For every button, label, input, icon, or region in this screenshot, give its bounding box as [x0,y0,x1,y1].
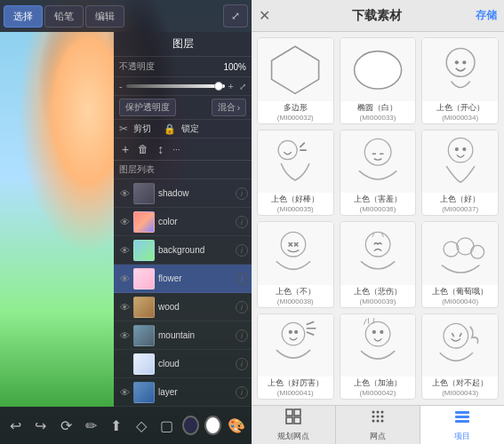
layer-name-flower: flower [158,274,236,283]
eye-icon-flower[interactable]: 👁 [117,272,132,286]
material-item-mi000033[interactable]: 椭圆（白）(MI000033) [340,37,417,124]
layer-info-mountain[interactable]: i [236,329,248,342]
eye-icon-color[interactable]: 👁 [117,215,132,229]
layer-item-color[interactable]: 👁 color i [114,208,252,236]
svg-point-44 [381,420,384,423]
nav-item-dots[interactable]: 网点 [336,406,420,444]
upload-button[interactable]: ⬆ [105,411,128,440]
delete-layer-button[interactable]: 🗑 [135,142,151,156]
eye-icon-layer[interactable]: 👁 [117,385,132,400]
more-layer-button[interactable]: ··· [170,144,182,155]
svg-point-41 [381,416,384,418]
expand-icon: ⤢ [231,10,240,22]
material-item-mi000038[interactable]: 上色（不）(MI000038) [257,221,334,308]
opacity-slider[interactable] [126,84,225,88]
layer-item-wood[interactable]: 👁 wood i [114,293,252,321]
undo-button[interactable]: ↩ [4,411,27,440]
svg-rect-33 [294,409,300,416]
layer-thumb-color [133,211,155,233]
material-label-mi000037: 上色（好） [438,193,482,205]
material-item-mi000039[interactable]: 上色（悲伤）(MI000039) [340,221,417,308]
svg-point-1 [354,51,401,88]
shape-icon: ◇ [136,417,147,434]
layer-item-shadow[interactable]: 👁 shadow i [114,179,252,208]
material-item-mi000041[interactable]: 上色（好厉害）(MI000041) [257,313,334,400]
layer-name-layer: layer [158,387,236,397]
svg-point-6 [364,139,391,165]
canvas-area: 选择 铅笔 编辑 ⤢ 图层 不透明度 100% - + ⤢ [0,0,252,444]
layer-item-layer[interactable]: 👁 layer i [114,378,252,407]
layer-list-header: 图层列表 [114,161,252,179]
material-item-mi000036[interactable]: 上色（害羞）(MI000036) [340,130,417,217]
opacity-minus[interactable]: - [119,81,123,91]
select-rect-button[interactable]: ▢ [155,411,178,440]
select-tool-button[interactable]: 选择 [4,5,43,28]
paint-button[interactable]: 🎨 [225,411,248,440]
opacity-plus[interactable]: + [228,81,234,91]
shape-button[interactable]: ◇ [130,411,153,440]
expand-small-icon: ⤢ [239,82,246,91]
material-item-mi000032[interactable]: 多边形(MI000032) [257,37,334,124]
svg-point-24 [289,330,292,334]
material-id-mi000042: (MI000042) [358,389,398,399]
layer-thumb-layer [133,382,155,403]
nav-label-plan: 规划网点 [277,431,309,442]
layer-item-flower[interactable]: 👁 flower i [114,265,252,293]
layer-item-cloud[interactable]: ○ cloud i [114,350,252,378]
color-swatch-2[interactable] [204,416,221,435]
material-thumb-mi000033 [340,38,416,101]
nav-item-plan[interactable]: 规划网点 [252,406,336,444]
redo-button[interactable]: ↪ [28,411,52,440]
layer-actions: + 🗑 ↕ ··· [114,139,252,161]
svg-rect-46 [455,416,469,418]
material-item-mi000040[interactable]: 上色（葡萄哦）(MI000040) [421,221,499,308]
layer-item-background[interactable]: 👁 background i [114,236,252,265]
material-item-mi000043[interactable]: 上色（对不起）(MI000043) [421,313,499,400]
rotate-button[interactable]: ⟳ [54,411,77,440]
eye-icon-cloud[interactable]: ○ [117,357,132,371]
mix-button[interactable]: 混合 › [212,99,246,116]
expand-button[interactable]: ⤢ [223,4,248,28]
layer-item-mountain[interactable]: 👁 mountain i [114,321,252,350]
eye-icon-background[interactable]: 👁 [117,243,132,258]
sort-layer-button[interactable]: ↕ [155,141,166,157]
eye-icon-mountain[interactable]: 👁 [117,329,132,343]
layer-info-wood[interactable]: i [236,301,248,313]
material-label-mi000034: 上色（开心） [435,101,486,114]
material-id-mi000036: (MI000036) [358,205,398,215]
layer-info-background[interactable]: i [236,244,248,257]
material-item-mi000037[interactable]: 上色（好）(MI000037) [421,130,499,217]
material-thumb-mi000038 [258,222,333,285]
protect-row: 保护透明度 混合 › [114,96,252,120]
undo-icon: ↩ [10,417,21,434]
redo-icon: ↪ [35,417,46,434]
pencil-tool-button[interactable]: 铅笔 [44,5,84,28]
close-button[interactable]: ✕ [259,7,270,24]
pen-button[interactable]: ✏ [79,411,102,440]
nav-item-project[interactable]: 项目 [420,406,504,444]
project-icon [453,408,471,429]
eye-icon-shadow[interactable]: 👁 [117,186,132,201]
layer-thumb-shadow [133,183,155,204]
layer-info-flower[interactable]: i [236,273,248,285]
layer-info-shadow[interactable]: i [236,187,248,200]
save-button[interactable]: 存储 [476,8,497,23]
layer-info-color[interactable]: i [236,216,248,228]
color-swatch[interactable] [182,416,199,435]
opacity-slider-row[interactable]: - + ⤢ [114,77,252,96]
material-item-mi000034[interactable]: 上色（开心）(MI000034) [421,37,499,124]
layer-info-cloud[interactable]: i [236,358,248,370]
material-id-mi000032: (MI000032) [276,114,316,123]
plan-icon [284,408,302,429]
chevron-right-icon: › [237,103,240,113]
edit-tool-button[interactable]: 编辑 [85,5,124,28]
layer-info-layer[interactable]: i [236,386,248,399]
add-layer-button[interactable]: + [119,141,132,157]
eye-icon-wood[interactable]: 👁 [117,300,132,314]
pen-icon: ✏ [85,417,97,434]
dots-icon [369,408,387,429]
material-item-mi000035[interactable]: 上色（好棒）(MI000035) [257,130,334,217]
material-item-mi000042[interactable]: 上色（加油）(MI000042) [340,313,417,400]
protect-transparency-button[interactable]: 保护透明度 [119,99,176,116]
lock-icon: 🔒 [164,123,176,135]
